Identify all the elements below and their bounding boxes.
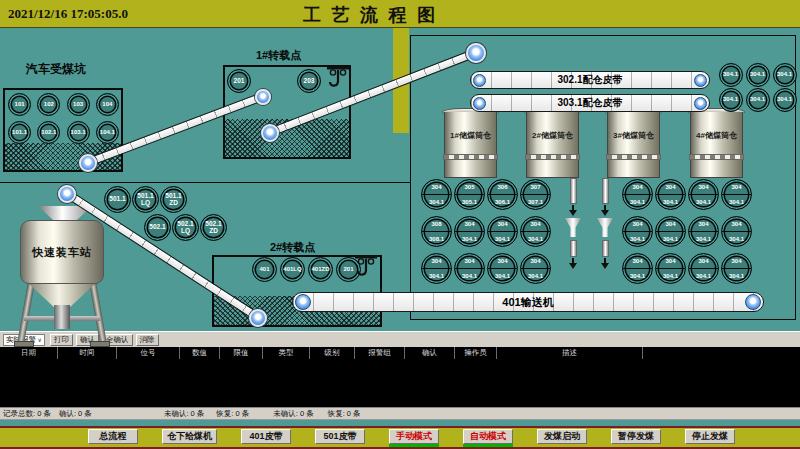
pulley-icon: [261, 124, 279, 142]
alarm-column-header: 级别: [310, 347, 355, 359]
station-cone: [28, 283, 96, 307]
nav-button[interactable]: 自动模式: [463, 429, 513, 444]
device-circle[interactable]: 304304.1: [520, 216, 551, 247]
device-circle[interactable]: 501.1: [104, 186, 131, 213]
device-circle[interactable]: 304304.1: [655, 253, 686, 284]
device-circle[interactable]: 304304.1: [622, 216, 653, 247]
station-label: 快速装车站: [32, 245, 92, 260]
device-circle[interactable]: 304304.1: [688, 253, 719, 284]
device-circle[interactable]: 104.1: [96, 121, 119, 144]
alarm-column-header: 位号: [117, 347, 180, 359]
device-circle[interactable]: 101: [8, 93, 31, 116]
transfer1-label: 1#转载点: [256, 48, 301, 63]
scada-screen: 2021/12/16 17:05:05.0 工 艺 流 程 图 汽车受煤坑 10…: [0, 0, 800, 449]
chute-pipe: [602, 240, 609, 257]
device-circle[interactable]: 501.1ZD: [160, 186, 187, 213]
device-circle[interactable]: 103.1: [67, 121, 90, 144]
device-circle[interactable]: 307307.1: [520, 179, 551, 210]
device-circle[interactable]: 304304.1: [487, 253, 518, 284]
device-circle[interactable]: 304304.1: [655, 179, 686, 210]
belt-303[interactable]: 303.1配仓皮带: [470, 94, 710, 112]
device-circle[interactable]: 502.1: [144, 214, 171, 241]
device-circle[interactable]: 304304.1: [622, 179, 653, 210]
alarm-table-header: 日期时间位号数值限值类型级别报警组确认操作员描述: [0, 347, 800, 359]
hoist-hook-icon: [325, 63, 351, 97]
device-circle[interactable]: 201: [227, 69, 251, 93]
nav-button[interactable]: 总流程: [88, 429, 138, 444]
pulley-icon: [745, 294, 761, 310]
belt-label: 401输送机: [502, 295, 553, 310]
device-circle[interactable]: 203: [297, 69, 321, 93]
device-circle[interactable]: 304.1: [746, 63, 770, 87]
silo-2: 2#储煤筒仓: [526, 108, 579, 178]
device-circle[interactable]: 304.1: [773, 88, 797, 112]
belt-302[interactable]: 302.1配仓皮带: [470, 71, 710, 89]
nav-button[interactable]: 手动模式: [389, 429, 439, 444]
nav-button[interactable]: 停止发煤: [685, 429, 735, 444]
nav-button[interactable]: 暂停发煤: [611, 429, 661, 444]
device-circle[interactable]: 502.1LQ: [172, 214, 199, 241]
alarm-toolbar-button[interactable]: 消除: [136, 334, 159, 346]
pit-label: 汽车受煤坑: [26, 61, 86, 78]
device-circle[interactable]: 103: [67, 93, 90, 116]
device-circle[interactable]: 306306.1: [487, 179, 518, 210]
alarm-status-item: 确认: 0 条: [59, 409, 92, 419]
funnel-icon: [597, 218, 613, 237]
alarm-column-header: 操作员: [455, 347, 497, 359]
alarm-status-item: 恢复: 0 条: [328, 409, 361, 419]
alarm-column-header: 限值: [220, 347, 263, 359]
pulley-icon: [58, 185, 76, 203]
device-circle[interactable]: 102.1: [37, 121, 60, 144]
device-circle[interactable]: 304.1: [773, 63, 797, 87]
nav-button[interactable]: 仓下给煤机: [162, 429, 217, 444]
silo-band: [689, 154, 744, 160]
device-circle[interactable]: 304304.1: [421, 253, 452, 284]
active-underline: [389, 444, 439, 447]
device-circle[interactable]: 304304.1: [655, 216, 686, 247]
device-circle[interactable]: 304304.1: [721, 179, 752, 210]
belt-401[interactable]: 401输送机: [292, 292, 764, 312]
transfer2-device-group: 401401LQ401ZD201: [252, 257, 361, 282]
pulley-icon: [473, 97, 486, 110]
device-circle[interactable]: 304304.1: [487, 216, 518, 247]
nav-button[interactable]: 501皮带: [315, 429, 365, 444]
page-title: 工 艺 流 程 图: [303, 3, 438, 27]
pulley-icon: [249, 309, 267, 327]
device-circle[interactable]: 304304.1: [520, 253, 551, 284]
nav-button[interactable]: 发煤启动: [537, 429, 587, 444]
device-circle[interactable]: 304.1: [719, 88, 743, 112]
nav-button[interactable]: 401皮带: [241, 429, 291, 444]
device-circle[interactable]: 304304.1: [721, 216, 752, 247]
chute-icon: [565, 178, 581, 269]
device-circle[interactable]: 104: [96, 93, 119, 116]
alarm-column-header: 时间: [58, 347, 117, 359]
device-circle[interactable]: 304304.1: [622, 253, 653, 284]
alarm-status-item: 未确认: 0 条: [273, 409, 313, 419]
loading-station: 快速装车站: [10, 206, 114, 348]
station-foot: [90, 341, 110, 347]
device-circle[interactable]: 304304.1: [421, 179, 452, 210]
device-circle[interactable]: 502.1ZD: [200, 214, 227, 241]
device-circle[interactable]: 304304.1: [688, 179, 719, 210]
group-502: 502.1502.1LQ502.1ZD: [144, 214, 227, 241]
silo-band: [525, 154, 580, 160]
device-circle[interactable]: 304.1: [746, 88, 770, 112]
transfer2-label: 2#转载点: [270, 240, 315, 255]
alarm-table-body[interactable]: [0, 359, 800, 407]
device-circle[interactable]: 401LQ: [280, 257, 305, 282]
pulley-icon: [466, 43, 486, 63]
device-circle[interactable]: 304304.1: [454, 216, 485, 247]
device-circle[interactable]: 305305.1: [454, 179, 485, 210]
device-circle[interactable]: 304.1: [719, 63, 743, 87]
device-circle[interactable]: 102: [37, 93, 60, 116]
device-circle[interactable]: 501.1LQ: [132, 186, 159, 213]
device-circle[interactable]: 304304.1: [721, 253, 752, 284]
device-circle[interactable]: 304304.1: [454, 253, 485, 284]
device-circle[interactable]: 304304.1: [688, 216, 719, 247]
alarm-status-item: 未确认: 0 条: [164, 409, 204, 419]
device-circle[interactable]: 308308.1: [421, 216, 452, 247]
device-circle[interactable]: 401ZD: [308, 257, 333, 282]
device-circle[interactable]: 101.1: [8, 121, 31, 144]
device-circle[interactable]: 401: [252, 257, 277, 282]
belt-label: 303.1配仓皮带: [557, 96, 622, 110]
